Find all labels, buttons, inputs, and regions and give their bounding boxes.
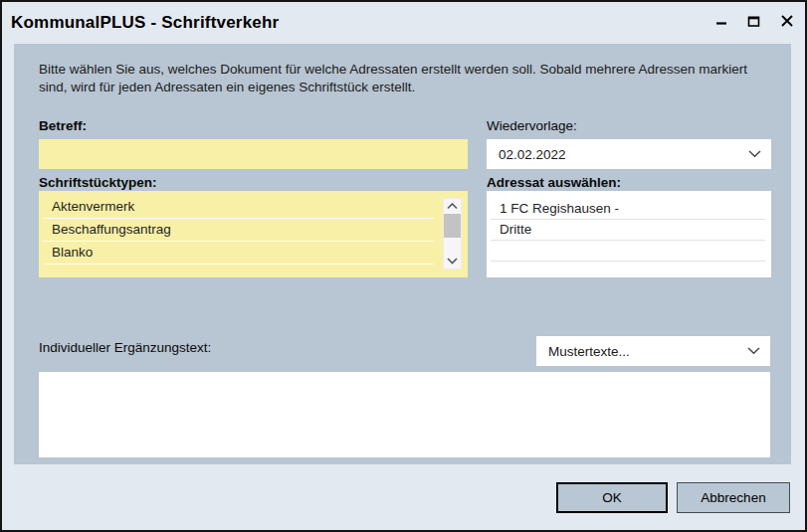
scrollbar-track[interactable] bbox=[444, 214, 461, 254]
wiedervorlage-value: 02.02.2022 bbox=[499, 147, 566, 162]
schriftstuecktypen-label: Schriftstücktypen: bbox=[39, 175, 157, 190]
adressat-label: Adressat auswählen: bbox=[487, 175, 621, 190]
wiedervorlage-dropdown[interactable]: 02.02.2022 bbox=[487, 139, 771, 169]
dialog-window: KommunalPLUS - Schriftverkehr Bitte wähl… bbox=[0, 0, 807, 532]
scrollbar-thumb[interactable] bbox=[444, 214, 461, 238]
maximize-button[interactable] bbox=[737, 4, 770, 38]
mustertexte-dropdown[interactable]: Mustertexte... bbox=[536, 336, 770, 366]
betreff-label: Betreff: bbox=[39, 118, 87, 133]
cancel-button[interactable]: Abbrechen bbox=[677, 482, 790, 513]
intro-text: Bitte wählen Sie aus, welches Dokument f… bbox=[39, 61, 777, 95]
list-item-beschaffungsantrag[interactable]: Beschaffungsantrag bbox=[43, 219, 434, 242]
list-item-aktenvermerk[interactable]: Aktenvermerk bbox=[43, 196, 434, 219]
schriftstuecktypen-listbox: Aktenvermerk Beschaffungsantrag Blanko bbox=[39, 191, 468, 277]
mustertexte-value: Mustertexte... bbox=[548, 344, 630, 359]
minimize-icon bbox=[715, 15, 727, 27]
close-icon bbox=[780, 14, 794, 28]
scroll-up-icon[interactable] bbox=[444, 199, 461, 214]
ergaenzungstext-textarea[interactable] bbox=[39, 372, 770, 457]
close-button[interactable] bbox=[770, 4, 803, 38]
window-controls bbox=[705, 2, 803, 40]
list-item-adressat-2[interactable]: Dritte bbox=[491, 220, 765, 241]
ok-button[interactable]: OK bbox=[556, 482, 668, 513]
chevron-down-icon bbox=[748, 150, 761, 158]
adressat-listbox: 1 FC Regishausen - Dritte bbox=[487, 191, 771, 277]
window-title: KommunalPLUS - Schriftverkehr bbox=[2, 11, 279, 33]
content-panel: Bitte wählen Sie aus, welches Dokument f… bbox=[14, 44, 791, 464]
minimize-button[interactable] bbox=[705, 4, 737, 38]
list-item-empty bbox=[491, 241, 765, 262]
betreff-input[interactable] bbox=[39, 139, 468, 169]
ergaenzungstext-label: Individueller Ergänzungstext: bbox=[39, 340, 211, 355]
list-item-blanko[interactable]: Blanko bbox=[43, 242, 434, 265]
typen-scrollbar[interactable] bbox=[443, 198, 462, 269]
scroll-down-icon[interactable] bbox=[444, 254, 461, 268]
list-item-adressat-1[interactable]: 1 FC Regishausen - bbox=[491, 199, 765, 220]
maximize-icon bbox=[747, 15, 760, 28]
wiedervorlage-label: Wiedervorlage: bbox=[487, 118, 577, 133]
title-bar: KommunalPLUS - Schriftverkehr bbox=[2, 2, 805, 42]
chevron-down-icon bbox=[747, 347, 760, 355]
